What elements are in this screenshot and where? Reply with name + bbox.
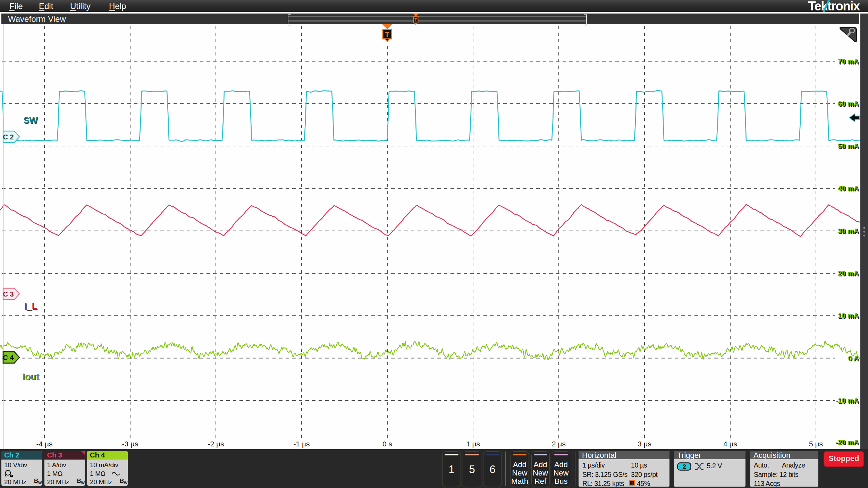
- svg-text:-10 mA: -10 mA: [835, 397, 859, 404]
- svg-text:20 mA: 20 mA: [838, 269, 859, 277]
- svg-text:C 4: C 4: [3, 354, 14, 361]
- svg-text:3 µs: 3 µs: [638, 440, 651, 448]
- svg-text:-4 µs: -4 µs: [36, 440, 52, 448]
- svg-text:T: T: [385, 31, 389, 38]
- svg-text:-2 µs: -2 µs: [208, 440, 224, 448]
- svg-text:-20 mA: -20 mA: [835, 438, 859, 446]
- svg-text:0 s: 0 s: [382, 440, 392, 448]
- svg-text:50 mA: 50 mA: [838, 142, 859, 150]
- svg-text:1 µs: 1 µs: [466, 440, 480, 448]
- svg-text:-1 µs: -1 µs: [293, 440, 310, 448]
- svg-text:-3 µs: -3 µs: [122, 440, 138, 448]
- svg-text:30 mA: 30 mA: [838, 227, 859, 235]
- svg-text:T: T: [414, 17, 417, 23]
- svg-text:C 3: C 3: [3, 290, 14, 298]
- svg-text:5 µs: 5 µs: [809, 440, 823, 448]
- svg-text:40 mA: 40 mA: [838, 185, 859, 192]
- svg-text:4 µs: 4 µs: [723, 440, 737, 448]
- svg-text:10 mA: 10 mA: [838, 312, 859, 319]
- svg-text:70 mA: 70 mA: [838, 58, 859, 65]
- svg-text:2 µs: 2 µs: [552, 440, 566, 448]
- svg-text:T: T: [631, 481, 633, 485]
- svg-text:0 A: 0 A: [848, 354, 859, 362]
- svg-text:C 2: C 2: [3, 133, 14, 141]
- svg-text:60 mA: 60 mA: [838, 100, 859, 108]
- svg-text:2: 2: [682, 463, 686, 470]
